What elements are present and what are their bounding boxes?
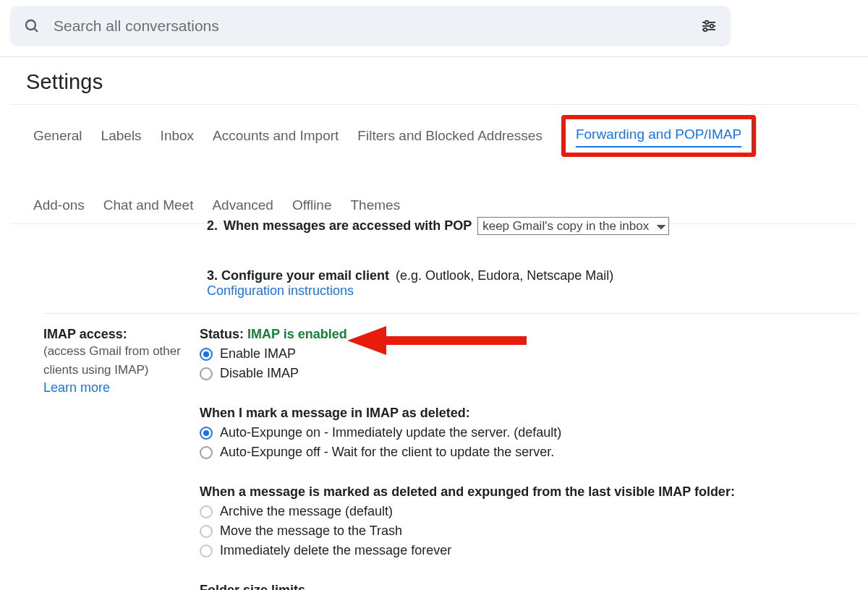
imap-delete-heading: When I mark a message in IMAP as deleted… bbox=[200, 406, 858, 421]
svg-point-7 bbox=[704, 28, 707, 31]
search-icon bbox=[23, 17, 41, 35]
tab-advanced[interactable]: Advanced bbox=[212, 197, 273, 213]
radio-label: Archive the message (default) bbox=[220, 504, 393, 519]
svg-line-1 bbox=[34, 28, 38, 32]
radio-label: Auto-Expunge off - Wait for the client t… bbox=[220, 445, 554, 460]
radio-icon bbox=[200, 505, 213, 518]
radio-enable-imap[interactable]: Enable IMAP bbox=[200, 346, 858, 362]
page-title: Settings bbox=[0, 57, 868, 104]
radio-icon bbox=[200, 348, 213, 361]
radio-label: Enable IMAP bbox=[220, 346, 296, 362]
radio-icon bbox=[200, 544, 213, 557]
tab-chat[interactable]: Chat and Meet bbox=[103, 197, 194, 213]
radio-after-delete[interactable]: Immediately delete the message forever bbox=[200, 543, 858, 558]
annotation-highlight-box: Forwarding and POP/IMAP bbox=[561, 115, 756, 157]
search-bar[interactable] bbox=[10, 6, 731, 46]
tab-offline[interactable]: Offline bbox=[292, 197, 332, 213]
settings-tabs: General Labels Inbox Accounts and Import… bbox=[0, 105, 868, 223]
step-label: Configure your email client bbox=[221, 268, 389, 283]
radio-expunge-on[interactable]: Auto-Expunge on - Immediately update the… bbox=[200, 425, 858, 440]
tab-themes[interactable]: Themes bbox=[351, 197, 401, 213]
imap-access-heading: IMAP access: bbox=[43, 327, 185, 342]
search-input[interactable] bbox=[54, 17, 700, 35]
step-number: 3. bbox=[207, 268, 218, 283]
tab-filters[interactable]: Filters and Blocked Addresses bbox=[357, 128, 542, 144]
tab-accounts[interactable]: Accounts and Import bbox=[213, 128, 339, 144]
radio-icon bbox=[200, 427, 213, 440]
svg-point-0 bbox=[26, 20, 35, 30]
pop-access-select[interactable]: keep Gmail's copy in the inbox bbox=[477, 217, 669, 235]
step-number: 2. bbox=[207, 218, 218, 234]
radio-icon bbox=[200, 367, 213, 380]
svg-point-3 bbox=[705, 21, 708, 24]
search-options-icon[interactable] bbox=[700, 17, 718, 35]
imap-status-value: IMAP is enabled bbox=[247, 327, 347, 341]
imap-access-subtext: (access Gmail from other clients using I… bbox=[43, 342, 185, 380]
radio-label: Disable IMAP bbox=[220, 366, 299, 381]
radio-icon bbox=[200, 446, 213, 459]
tab-addons[interactable]: Add-ons bbox=[33, 197, 85, 213]
tab-labels[interactable]: Labels bbox=[101, 128, 142, 144]
imap-learn-more-link[interactable]: Learn more bbox=[43, 380, 110, 395]
radio-icon bbox=[200, 525, 213, 538]
step-label: When messages are accessed with POP bbox=[224, 218, 472, 234]
imap-after-expunge-heading: When a message is marked as deleted and … bbox=[200, 484, 858, 500]
svg-point-5 bbox=[710, 25, 713, 27]
radio-disable-imap[interactable]: Disable IMAP bbox=[200, 366, 858, 381]
pop-step-2: 2. When messages are accessed with POP k… bbox=[207, 217, 858, 235]
tab-forwarding[interactable]: Forwarding and POP/IMAP bbox=[576, 127, 741, 148]
step-hint: (e.g. Outlook, Eudora, Netscape Mail) bbox=[396, 268, 613, 283]
pop-step-3: 3. Configure your email client (e.g. Out… bbox=[207, 268, 858, 299]
tab-inbox[interactable]: Inbox bbox=[161, 128, 194, 144]
radio-label: Auto-Expunge on - Immediately update the… bbox=[220, 425, 561, 440]
radio-after-trash[interactable]: Move the message to the Trash bbox=[200, 523, 858, 539]
radio-after-archive[interactable]: Archive the message (default) bbox=[200, 504, 858, 519]
radio-label: Immediately delete the message forever bbox=[220, 543, 451, 558]
imap-folder-limits-heading: Folder size limits bbox=[200, 583, 858, 590]
tab-general[interactable]: General bbox=[33, 128, 82, 144]
imap-status-label: Status: bbox=[200, 327, 244, 341]
radio-expunge-off[interactable]: Auto-Expunge off - Wait for the client t… bbox=[200, 445, 858, 460]
radio-label: Move the message to the Trash bbox=[220, 523, 402, 539]
configuration-instructions-link[interactable]: Configuration instructions bbox=[207, 283, 354, 298]
